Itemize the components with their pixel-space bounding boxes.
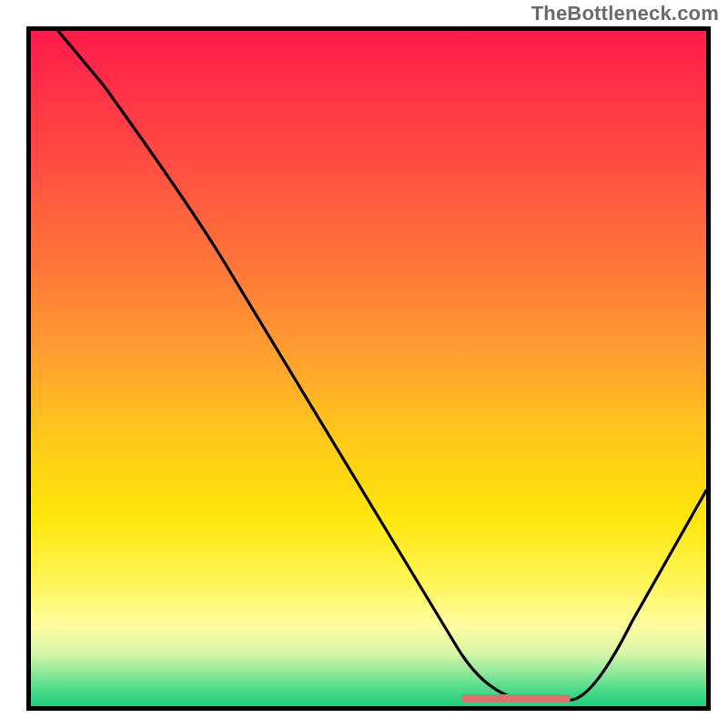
bottleneck-curve — [58, 31, 706, 700]
optimum-band — [461, 694, 571, 703]
watermark-text: TheBottleneck.com — [531, 2, 719, 25]
chart-canvas: TheBottleneck.com — [0, 0, 728, 728]
plot-frame — [26, 26, 711, 711]
plot-svg — [31, 31, 706, 706]
